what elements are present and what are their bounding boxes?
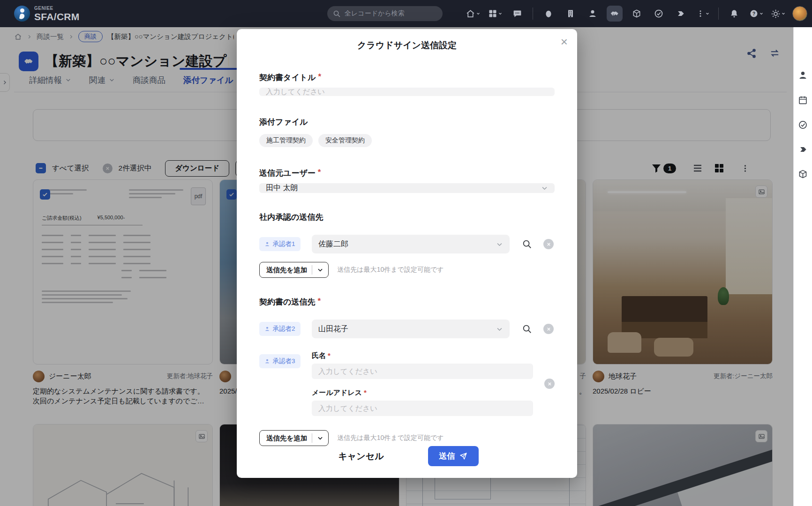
contract-recipients-label: 契約書の送信先* bbox=[259, 297, 555, 307]
recipient-limit-hint: 送信先は最大10件まで設定可能です bbox=[337, 434, 444, 442]
email-label: メールアドレス* bbox=[312, 388, 533, 397]
approver3-chip: 承認者3 bbox=[259, 354, 301, 368]
brand-name: SFA/CRM bbox=[34, 12, 80, 22]
button-divider bbox=[312, 433, 312, 443]
task-check-icon[interactable] bbox=[651, 6, 667, 22]
brand-text: GENIEE SFA/CRM bbox=[34, 6, 80, 22]
approver1-row: 承認者1 佐藤二郎 bbox=[259, 235, 555, 253]
add-contract-recipient-row: 送信先を追加 送信先は最大10件まで設定可能です bbox=[259, 430, 555, 446]
lead-icon[interactable] bbox=[541, 6, 556, 22]
product-box-icon[interactable] bbox=[629, 6, 645, 22]
chevron-down-icon bbox=[317, 435, 323, 441]
brand-logo[interactable]: GENIEE SFA/CRM bbox=[14, 6, 80, 22]
attachment-chip[interactable]: 安全管理契約 bbox=[318, 134, 372, 147]
brand-top: GENIEE bbox=[34, 6, 80, 11]
email-input[interactable] bbox=[312, 401, 533, 416]
contact-icon[interactable] bbox=[585, 6, 601, 22]
user-avatar[interactable] bbox=[792, 6, 807, 21]
modal-footer: キャンセル 送信 bbox=[259, 446, 555, 474]
chevron-down-icon bbox=[496, 326, 503, 333]
internal-approval-label: 社内承認の送信先 bbox=[259, 212, 555, 223]
name-label: 氏名* bbox=[312, 351, 533, 360]
navbar-divider bbox=[533, 7, 533, 20]
add-recipient-button[interactable]: 送信先を追加 bbox=[259, 262, 329, 278]
search-user-icon[interactable] bbox=[522, 324, 532, 334]
contract-title-input[interactable] bbox=[259, 88, 555, 96]
approver3-fields: 氏名* メールアドレス* bbox=[312, 351, 533, 416]
search-placeholder: 全レコードから検索 bbox=[345, 9, 405, 18]
send-button[interactable]: 送信 bbox=[428, 446, 479, 466]
approver1-select[interactable]: 佐藤二郎 bbox=[312, 235, 510, 253]
remove-approver-icon[interactable] bbox=[543, 239, 554, 249]
add-recipient-button[interactable]: 送信先を追加 bbox=[259, 430, 329, 446]
approver3-row: 承認者3 氏名* メールアドレス* bbox=[259, 351, 555, 416]
attachment-chip[interactable]: 施工管理契約 bbox=[259, 134, 313, 147]
navbar-divider bbox=[718, 7, 719, 20]
global-search-input[interactable]: 全レコードから検索 bbox=[327, 6, 443, 21]
person-icon bbox=[264, 358, 270, 364]
attachment-chips: 施工管理契約 安全管理契約 bbox=[259, 134, 555, 147]
task-panel-icon[interactable] bbox=[798, 120, 808, 130]
sender-select[interactable]: 田中 太朗 bbox=[259, 183, 555, 193]
help-icon[interactable]: ? bbox=[748, 6, 764, 22]
quote-panel-icon[interactable] bbox=[798, 145, 808, 154]
calendar-panel-icon[interactable] bbox=[798, 95, 808, 105]
deal-handshake-icon[interactable] bbox=[607, 6, 623, 22]
modal-title: クラウドサイン送信設定 bbox=[259, 39, 555, 52]
notification-bell-icon[interactable] bbox=[726, 6, 742, 22]
home-icon[interactable] bbox=[465, 6, 481, 22]
right-utility-rail bbox=[793, 27, 812, 506]
recipient-limit-hint: 送信先は最大10件まで設定可能です bbox=[337, 266, 444, 274]
search-user-icon[interactable] bbox=[522, 239, 532, 249]
apps-grid-icon[interactable] bbox=[487, 6, 503, 22]
approver1-chip: 承認者1 bbox=[259, 237, 301, 251]
paper-plane-icon bbox=[459, 452, 467, 460]
cloudsign-send-modal: × クラウドサイン送信設定 契約書タイトル* 添付ファイル 施工管理契約 安全管… bbox=[237, 29, 577, 478]
button-divider bbox=[312, 265, 312, 275]
remove-approver-icon[interactable] bbox=[543, 324, 554, 334]
product-panel-icon[interactable] bbox=[798, 169, 808, 179]
approver2-chip: 承認者2 bbox=[259, 322, 301, 336]
quote-icon[interactable] bbox=[673, 6, 689, 22]
more-menu-icon[interactable] bbox=[695, 6, 711, 22]
contract-title-label: 契約書タイトル* bbox=[259, 72, 555, 83]
chevron-down-icon bbox=[496, 241, 503, 248]
chat-icon[interactable] bbox=[509, 6, 525, 22]
add-internal-recipient-row: 送信先を追加 送信先は最大10件まで設定可能です bbox=[259, 262, 555, 278]
company-icon[interactable] bbox=[563, 6, 579, 22]
name-input[interactable] bbox=[312, 364, 533, 379]
person-icon bbox=[264, 326, 270, 332]
remove-approver-icon[interactable] bbox=[544, 379, 555, 389]
svg-text:?: ? bbox=[752, 11, 755, 16]
close-icon[interactable]: × bbox=[559, 34, 570, 50]
chevron-down-icon bbox=[317, 267, 323, 273]
attachments-label: 添付ファイル bbox=[259, 117, 555, 127]
contact-panel-icon[interactable] bbox=[798, 70, 808, 80]
approver2-select[interactable]: 山田花子 bbox=[312, 320, 510, 338]
chevron-down-icon bbox=[541, 185, 548, 192]
sender-label: 送信元ユーザー* bbox=[259, 168, 555, 179]
geniee-logo-icon bbox=[14, 6, 30, 22]
app-window: GENIEE SFA/CRM 全レコードから検索 bbox=[0, 0, 812, 506]
cancel-button[interactable]: キャンセル bbox=[335, 450, 386, 463]
search-icon bbox=[333, 10, 341, 18]
settings-gear-icon[interactable] bbox=[770, 6, 786, 22]
person-icon bbox=[264, 241, 270, 247]
navbar-icons: ? bbox=[465, 0, 807, 27]
approver2-row: 承認者2 山田花子 bbox=[259, 320, 555, 338]
top-navbar: GENIEE SFA/CRM 全レコードから検索 bbox=[0, 0, 812, 27]
